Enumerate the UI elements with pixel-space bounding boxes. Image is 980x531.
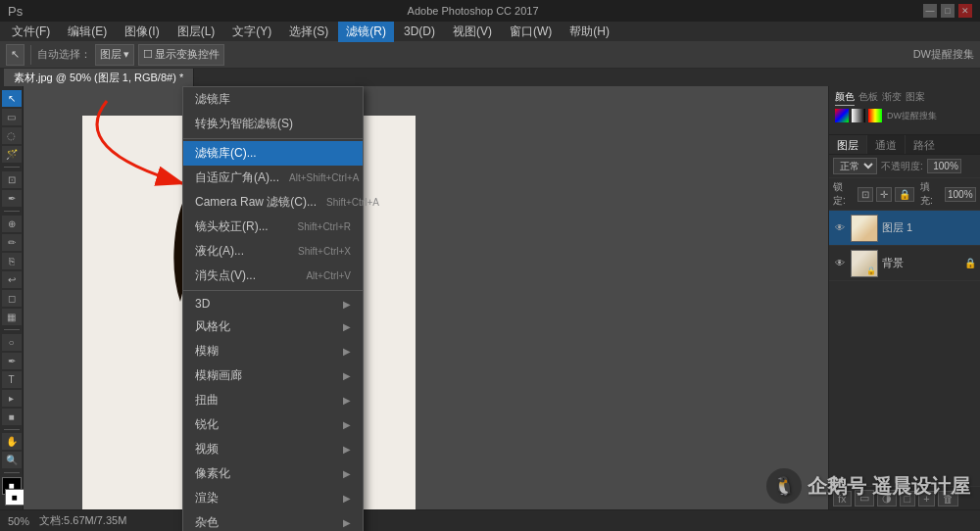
layer-new-btn[interactable]: + <box>918 491 934 507</box>
menu-window[interactable]: 窗口(W) <box>502 22 560 42</box>
layer-fx-btn[interactable]: fx <box>833 491 852 507</box>
panel-tab-swatch[interactable]: 色板 <box>858 90 878 106</box>
layer-thumbnail-bg: 🔒 <box>851 250 878 277</box>
layer-mask-btn[interactable]: ▭ <box>855 490 874 507</box>
menu-3d[interactable]: 3D(D) <box>396 23 443 40</box>
tool-crop[interactable]: ⊡ <box>2 171 22 188</box>
auto-select-dropdown[interactable]: 图层 ▾ <box>95 44 134 66</box>
layer-item-background[interactable]: 👁 🔒 背景 🔒 <box>829 246 980 281</box>
filter-sharpen[interactable]: 锐化 ▶ <box>183 412 363 437</box>
filter-distort[interactable]: 扭曲 ▶ <box>183 388 363 412</box>
filter-sharpen-label: 锐化 <box>195 416 219 433</box>
filter-noise[interactable]: 杂色 ▶ <box>183 510 363 531</box>
dropdown-arrow-icon: ▾ <box>123 48 129 61</box>
fill-input[interactable] <box>945 187 976 202</box>
menu-file[interactable]: 文件(F) <box>4 22 58 42</box>
tool-healing[interactable]: ⊕ <box>2 216 22 232</box>
tool-lasso[interactable]: ◌ <box>2 127 22 144</box>
filter-lens-label: 镜头校正(R)... <box>195 218 269 235</box>
panel-tab-color[interactable]: 颜色 <box>835 90 855 106</box>
layer-visibility-1[interactable]: 👁 <box>833 221 847 235</box>
menu-help[interactable]: 帮助(H) <box>562 22 617 42</box>
filter-blur-label: 模糊 <box>195 343 219 360</box>
filter-pixelate-label: 像素化 <box>195 465 230 482</box>
background-color[interactable]: ■ <box>5 489 24 506</box>
channels-tab[interactable]: 通道 <box>867 135 906 154</box>
filter-blur[interactable]: 模糊 ▶ <box>183 339 363 363</box>
filter-liquify-label: 液化(A)... <box>195 243 244 260</box>
layer-group-btn[interactable]: □ <box>900 491 916 507</box>
menu-edit[interactable]: 编辑(E) <box>60 22 115 42</box>
toolbar-move-tool[interactable]: ↖ <box>6 44 24 66</box>
filter-blur-gallery-label: 模糊画廊 <box>195 367 242 384</box>
filter-adaptive-shortcut: Alt+Shift+Ctrl+A <box>289 172 359 183</box>
opacity-input[interactable] <box>927 159 961 173</box>
filter-liquify-shortcut: Shift+Ctrl+X <box>298 246 351 257</box>
tool-gradient[interactable]: ▦ <box>2 309 22 325</box>
tool-history-brush[interactable]: ↩ <box>2 271 22 288</box>
filter-sharpen-arrow: ▶ <box>343 419 351 430</box>
tool-select-rect[interactable]: ▭ <box>2 109 22 125</box>
tool-clone[interactable]: ⎘ <box>2 253 22 269</box>
tool-eraser[interactable]: ◻ <box>2 290 22 307</box>
paths-tab[interactable]: 路径 <box>906 135 943 154</box>
tool-separator-5 <box>4 472 20 473</box>
filter-stylize[interactable]: 风格化 ▶ <box>183 314 363 339</box>
filter-liquify[interactable]: 液化(A)... Shift+Ctrl+X <box>183 239 363 264</box>
tool-text[interactable]: T <box>2 371 22 388</box>
tool-shapes[interactable]: ■ <box>2 409 22 425</box>
tool-pen[interactable]: ✒ <box>2 353 22 369</box>
layer-delete-btn[interactable]: 🗑 <box>938 491 958 507</box>
layer-item-1[interactable]: 👁 图层 1 <box>829 211 980 246</box>
menu-text[interactable]: 文字(Y) <box>224 22 279 42</box>
app-icon: Ps <box>8 4 23 19</box>
show-transform-checkbox[interactable]: ☐ 显示变换控件 <box>138 44 224 66</box>
lock-pixels-btn[interactable]: ⊡ <box>858 187 873 202</box>
filter-menu-convert-smart[interactable]: 转换为智能滤镜(S) <box>183 112 363 136</box>
tool-separator-3 <box>4 329 20 330</box>
filter-adaptive-wide[interactable]: 自适应广角(A)... Alt+Shift+Ctrl+A <box>183 166 363 190</box>
tool-hand[interactable]: ✋ <box>2 433 22 450</box>
close-button[interactable]: ✕ <box>958 4 972 18</box>
menu-filter[interactable]: 滤镜(R) <box>338 22 394 42</box>
zoom-level: 50% <box>8 515 29 527</box>
filter-camera-raw[interactable]: Camera Raw 滤镜(C)... Shift+Ctrl+A <box>183 190 363 215</box>
panel-tab-gradient[interactable]: 渐变 <box>882 90 902 106</box>
layer-visibility-bg[interactable]: 👁 <box>833 257 847 270</box>
tool-dodge[interactable]: ○ <box>2 334 22 351</box>
filter-pixelate-arrow: ▶ <box>343 468 351 479</box>
blend-mode-select[interactable]: 正常 <box>833 158 877 174</box>
lock-position-btn[interactable]: ✛ <box>876 187 892 202</box>
filter-menu-gallery-header[interactable]: 滤镜库 <box>183 87 363 112</box>
filter-menu-sep-2 <box>183 290 363 291</box>
tool-zoom[interactable]: 🔍 <box>2 452 22 468</box>
tool-path-select[interactable]: ▸ <box>2 390 22 407</box>
filter-camera-raw-label: Camera Raw 滤镜(C)... <box>195 194 317 211</box>
layers-tab[interactable]: 图层 <box>829 135 867 154</box>
filter-blur-gallery[interactable]: 模糊画廊 ▶ <box>183 363 363 388</box>
maximize-button[interactable]: □ <box>941 4 955 18</box>
filter-video[interactable]: 视频 ▶ <box>183 437 363 461</box>
panel-tab-pattern[interactable]: 图案 <box>906 90 925 106</box>
tool-eyedropper[interactable]: ✒ <box>2 190 22 207</box>
document-tab[interactable]: 素材.jpg @ 50% (图层 1, RGB/8#) * <box>4 69 194 87</box>
lock-all-btn[interactable]: 🔒 <box>895 187 914 202</box>
menu-select[interactable]: 选择(S) <box>281 22 336 42</box>
filter-render[interactable]: 渲染 ▶ <box>183 486 363 510</box>
show-transform-label: 显示变换控件 <box>155 47 220 62</box>
filter-pixelate[interactable]: 像素化 ▶ <box>183 461 363 486</box>
minimize-button[interactable]: — <box>923 4 937 18</box>
tool-move[interactable]: ↖ <box>2 90 22 107</box>
menu-view[interactable]: 视图(V) <box>445 22 500 42</box>
menu-layer[interactable]: 图层(L) <box>170 22 223 42</box>
filter-blur-arrow: ▶ <box>343 346 351 357</box>
tool-quick-select[interactable]: 🪄 <box>2 146 22 163</box>
filter-lens-correction[interactable]: 镜头校正(R)... Shift+Ctrl+R <box>183 215 363 239</box>
filter-vanishing-point[interactable]: 消失点(V)... Alt+Ctrl+V <box>183 264 363 288</box>
filter-distort-label: 扭曲 <box>195 392 219 409</box>
menu-image[interactable]: 图像(I) <box>117 22 167 42</box>
tool-brush[interactable]: ✏ <box>2 234 22 251</box>
filter-menu-gallery[interactable]: 滤镜库(C)... <box>183 141 363 166</box>
layer-adjustment-btn[interactable]: ◑ <box>877 490 897 507</box>
filter-3d[interactable]: 3D ▶ <box>183 293 363 314</box>
